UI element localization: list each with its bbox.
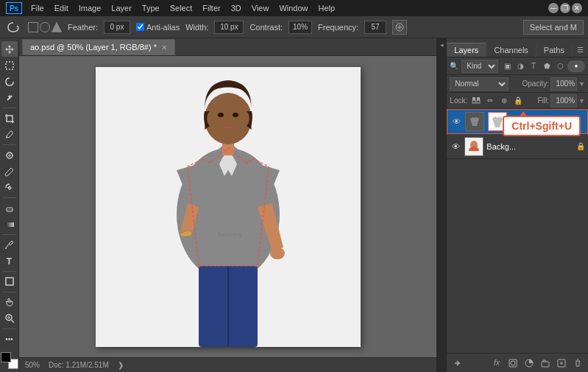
- fill-input[interactable]: [550, 94, 577, 108]
- delete-layer-icon[interactable]: [572, 357, 584, 369]
- frequency-input-group: [364, 21, 386, 34]
- kind-shape-icon[interactable]: ⬟: [541, 60, 553, 72]
- opacity-input[interactable]: [550, 77, 577, 91]
- menu-image[interactable]: Image: [74, 2, 106, 14]
- svg-point-10: [270, 248, 285, 259]
- menu-view[interactable]: View: [247, 2, 274, 14]
- fill-chevron[interactable]: ▼: [578, 97, 585, 105]
- tab-channels[interactable]: Channels: [486, 43, 536, 57]
- layer1-visibility-icon[interactable]: 👁: [450, 116, 462, 127]
- fx-icon[interactable]: fx: [491, 357, 503, 369]
- background-visibility-icon[interactable]: 👁: [450, 141, 461, 152]
- rect-tool-icon[interactable]: [28, 22, 38, 32]
- poly-tool-icon[interactable]: [52, 22, 62, 32]
- svg-point-12: [205, 93, 252, 144]
- menu-type[interactable]: Type: [138, 2, 164, 14]
- menu-edit[interactable]: Edit: [50, 2, 73, 14]
- kind-toggle[interactable]: ●: [567, 60, 585, 72]
- svg-point-27: [511, 361, 515, 365]
- stylus-icon[interactable]: [392, 20, 407, 35]
- svg-rect-29: [542, 362, 549, 367]
- status-bar: 50% Doc: 1.21M/2.51M ❯: [19, 357, 436, 372]
- width-input-group: [214, 21, 244, 34]
- lock-image-icon[interactable]: ✏: [484, 95, 496, 107]
- more-tools[interactable]: •••: [1, 331, 18, 347]
- menu-select[interactable]: Select: [166, 2, 197, 14]
- layer-item-background[interactable]: 👁 Backg... 🔒 Ctrl+Sgift+U: [447, 134, 588, 159]
- brush-tool[interactable]: [1, 164, 18, 179]
- opacity-chevron[interactable]: ▼: [578, 80, 585, 88]
- collapse-toggle[interactable]: ◂: [440, 41, 444, 49]
- contrast-input[interactable]: [288, 21, 312, 34]
- maximize-button[interactable]: ❐: [560, 3, 570, 13]
- marquee-tool[interactable]: [1, 57, 18, 73]
- contrast-input-group: [288, 21, 312, 34]
- shape-tool[interactable]: [1, 274, 18, 289]
- tab-paths[interactable]: Paths: [536, 43, 573, 57]
- minimize-button[interactable]: —: [548, 3, 559, 13]
- lock-position-icon[interactable]: ⊕: [498, 95, 510, 107]
- svg-text:∂iscovery: ∂iscovery: [217, 231, 241, 238]
- crop-tool[interactable]: [1, 110, 18, 126]
- lasso-tool[interactable]: [1, 74, 18, 89]
- layers-list: 👁 Lay: [447, 109, 588, 353]
- group-layers-icon[interactable]: [539, 357, 551, 369]
- blend-mode-select[interactable]: Normal: [450, 77, 509, 91]
- kind-filter-select[interactable]: Kind: [461, 60, 498, 73]
- tab-close-button[interactable]: ✕: [161, 43, 167, 52]
- frequency-label: Frequency:: [318, 23, 358, 32]
- round-tool-icon[interactable]: [40, 22, 50, 32]
- right-panel-area: ◂ Layers Channels Paths ☰ 🔍 Kind ▣ ◑ T: [436, 38, 588, 372]
- canvas-tab-label: ao.psd @ 50% (Layer 1, RGB/8#) *: [30, 43, 157, 52]
- menu-help[interactable]: Help: [314, 2, 340, 14]
- gradient-tool[interactable]: [1, 217, 18, 232]
- menu-filter[interactable]: Filter: [198, 2, 224, 14]
- new-layer-icon[interactable]: [556, 357, 567, 369]
- pen-tool[interactable]: [1, 237, 18, 253]
- svg-rect-20: [472, 97, 475, 100]
- text-tool[interactable]: T: [1, 253, 18, 269]
- layers-menu-icon[interactable]: ☰: [573, 43, 588, 57]
- lock-artboard-icon[interactable]: 🔒: [512, 95, 524, 107]
- kind-smart-icon[interactable]: ⬡: [554, 60, 566, 72]
- eyedropper-tool[interactable]: [1, 127, 18, 142]
- kind-filter-icons: ▣ ◑ T ⬟ ⬡ ●: [501, 60, 585, 72]
- svg-rect-1: [6, 62, 13, 69]
- menu-file[interactable]: File: [26, 2, 49, 14]
- feather-input-group: [104, 21, 130, 34]
- menu-window[interactable]: Window: [274, 2, 312, 14]
- lock-transparent-icon[interactable]: [470, 95, 482, 107]
- main-layout: T ••• ao.psd @ 50% (Layer 1, RGB/: [0, 38, 588, 372]
- move-tool[interactable]: [1, 41, 18, 57]
- menu-layer[interactable]: Layer: [107, 2, 136, 14]
- hand-tool[interactable]: [1, 295, 18, 310]
- clone-stamp-tool[interactable]: [1, 180, 18, 195]
- foreground-color-swatch[interactable]: [1, 352, 11, 362]
- canvas-tab[interactable]: ao.psd @ 50% (Layer 1, RGB/8#) * ✕: [22, 39, 175, 55]
- layers-bottom-right-icons: fx: [491, 357, 584, 369]
- svg-rect-21: [477, 97, 480, 100]
- status-arrow[interactable]: ❯: [118, 361, 124, 369]
- link-layers-icon[interactable]: [451, 357, 463, 369]
- kind-pixel-icon[interactable]: ▣: [501, 60, 513, 72]
- toolbar-divider-7: [3, 329, 16, 329]
- magic-wand-tool[interactable]: [1, 90, 18, 105]
- close-button[interactable]: ✕: [572, 3, 582, 13]
- frequency-input[interactable]: [364, 21, 386, 34]
- kind-adjust-icon[interactable]: ◑: [514, 60, 526, 72]
- tab-bar: ao.psd @ 50% (Layer 1, RGB/8#) * ✕: [19, 38, 436, 56]
- eraser-tool[interactable]: [1, 200, 18, 216]
- add-mask-icon[interactable]: [507, 357, 519, 369]
- width-input[interactable]: [214, 21, 244, 34]
- adjustment-layer-icon[interactable]: [523, 357, 535, 369]
- canvas-wrapper[interactable]: ∂iscovery: [19, 56, 436, 357]
- menu-3d[interactable]: 3D: [227, 2, 246, 14]
- feather-input[interactable]: [104, 21, 130, 34]
- healing-brush-tool[interactable]: [1, 147, 18, 163]
- antialias-checkbox[interactable]: [136, 23, 144, 31]
- zoom-tool[interactable]: [1, 311, 18, 326]
- canvas-document: ∂iscovery: [96, 67, 361, 347]
- select-and-mask-button[interactable]: Select and M: [523, 20, 584, 35]
- tab-layers[interactable]: Layers: [447, 43, 486, 57]
- kind-text-icon[interactable]: T: [528, 60, 539, 72]
